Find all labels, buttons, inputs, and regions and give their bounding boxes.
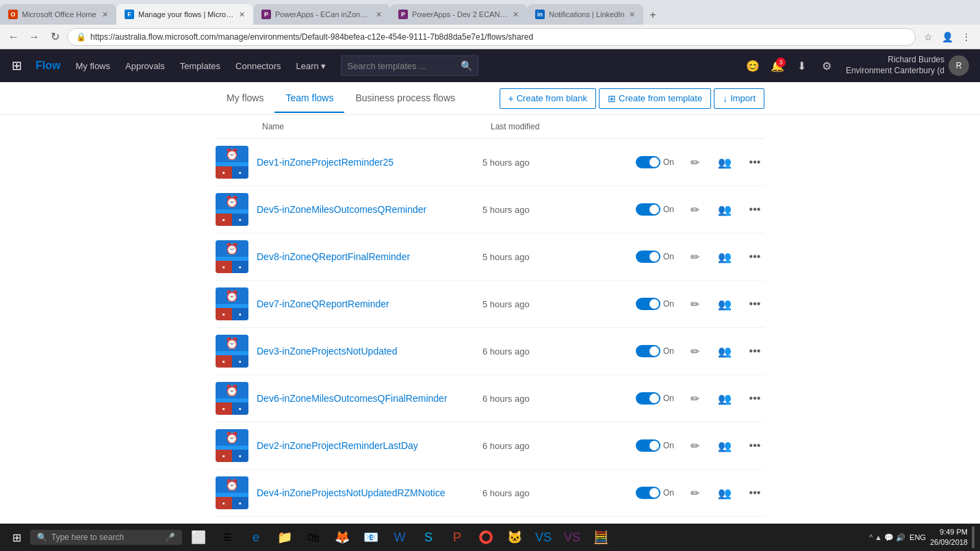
nav-learn[interactable]: Learn ▾: [289, 58, 333, 74]
new-tab-button[interactable]: +: [643, 5, 662, 25]
flow-icon-red-4: ▪: [216, 308, 232, 320]
tab-manage-flows-close[interactable]: ✕: [239, 10, 245, 19]
taskbar-skype[interactable]: S: [415, 524, 442, 539]
tab-powerapps-train-close[interactable]: ✕: [376, 10, 382, 19]
flow-more-3[interactable]: •••: [745, 247, 764, 266]
flow-edit-4[interactable]: ✏: [685, 294, 704, 313]
flow-edit-1[interactable]: ✏: [685, 153, 704, 172]
flow-share-3[interactable]: 👥: [715, 247, 734, 266]
forward-button[interactable]: →: [26, 29, 42, 45]
taskbar-explorer[interactable]: 📁: [271, 524, 298, 539]
flow-more-4[interactable]: •••: [745, 294, 764, 313]
flow-edit-6[interactable]: ✏: [685, 389, 704, 408]
flow-name-1[interactable]: Dev1-inZoneProjectReminder25: [257, 157, 474, 168]
flow-share-8[interactable]: 👥: [715, 483, 734, 502]
tab-business-process[interactable]: Business process flows: [344, 84, 466, 113]
flow-edit-3[interactable]: ✏: [685, 247, 704, 266]
taskbar-visual-studio[interactable]: VS: [558, 524, 586, 539]
refresh-button[interactable]: ↻: [47, 29, 63, 45]
taskbar-firefox[interactable]: 🦊: [328, 524, 356, 539]
taskbar-edge[interactable]: e: [242, 524, 270, 539]
flow-toggle-1[interactable]: [636, 156, 660, 168]
flow-name-5[interactable]: Dev3-inZoneProjectsNotUpdated: [257, 346, 474, 357]
back-button[interactable]: ←: [5, 29, 22, 45]
flow-more-2[interactable]: •••: [745, 200, 764, 219]
nav-approvals[interactable]: Approvals: [118, 58, 172, 74]
flow-name-2[interactable]: Dev5-inZoneMilesOutcomesQReminder: [257, 204, 474, 215]
user-info[interactable]: Richard Burdes Environment Canterbury (d…: [840, 55, 975, 76]
tab-manage-flows[interactable]: F Manage your flows | Microsoft Fl... ✕: [116, 4, 253, 25]
taskbar-cortana[interactable]: ⬜: [185, 524, 212, 539]
settings-button[interactable]: ⚙: [816, 55, 838, 77]
nav-templates[interactable]: Templates: [173, 58, 227, 74]
taskbar-chrome[interactable]: ⭕: [472, 524, 500, 539]
flow-share-6[interactable]: 👥: [715, 389, 734, 408]
flow-share-5[interactable]: 👥: [715, 342, 734, 361]
flow-more-7[interactable]: •••: [745, 436, 764, 455]
flow-toggle-4[interactable]: [636, 298, 660, 310]
extensions-button[interactable]: ⋮: [958, 29, 975, 45]
flow-toggle-8[interactable]: [636, 487, 660, 499]
taskbar-calculator[interactable]: 🧮: [587, 524, 615, 539]
tab-my-flows[interactable]: My flows: [216, 84, 274, 113]
flow-edit-8[interactable]: ✏: [685, 483, 704, 502]
main-content: Name Last modified ⏰ ▪ ▪ Dev1-inZoneProj…: [0, 115, 980, 539]
flow-more-5[interactable]: •••: [745, 342, 764, 361]
taskbar-outlook[interactable]: 📧: [357, 524, 385, 539]
taskbar-github[interactable]: 🐱: [501, 524, 528, 539]
show-desktop-button[interactable]: [972, 526, 975, 539]
search-input[interactable]: [347, 61, 456, 71]
tab-powerapps-dev-close[interactable]: ✕: [513, 10, 519, 19]
notifications-button[interactable]: 🔔 3: [766, 55, 788, 77]
flow-share-4[interactable]: 👥: [715, 294, 734, 313]
flow-name-4[interactable]: Dev7-inZoneQReportReminder: [257, 298, 474, 309]
flow-share-7[interactable]: 👥: [715, 436, 734, 455]
user-profile-button[interactable]: 👤: [939, 29, 955, 45]
flow-name-6[interactable]: Dev6-inZoneMilesOutcomesQFinalReminder: [257, 393, 474, 404]
taskbar-store[interactable]: 🛍: [300, 524, 327, 539]
address-bar[interactable]: 🔒 https://australia.flow.microsoft.com/m…: [67, 28, 916, 46]
flow-more-8[interactable]: •••: [745, 483, 764, 502]
flow-more-6[interactable]: •••: [745, 389, 764, 408]
tab-powerapps-dev[interactable]: P PowerApps - Dev 2 ECAN InZon... ✕: [390, 4, 527, 25]
flow-toggle-5[interactable]: [636, 345, 660, 357]
tab-powerapps-train[interactable]: P PowerApps - ECan inZone - Trai... ✕: [253, 4, 390, 25]
app-logo[interactable]: Flow: [36, 60, 60, 72]
tab-office-home-close[interactable]: ✕: [102, 10, 108, 19]
flow-toggle-6[interactable]: [636, 392, 660, 405]
flow-share-1[interactable]: 👥: [715, 153, 734, 172]
tab-office-home[interactable]: O Microsoft Office Home ✕: [0, 4, 116, 25]
nav-my-flows[interactable]: My flows: [68, 58, 117, 74]
import-button[interactable]: ↓ Import: [714, 88, 764, 109]
flow-name-3[interactable]: Dev8-inZoneQReportFinalReminder: [257, 251, 474, 262]
flow-toggle-7[interactable]: [636, 439, 660, 452]
flow-more-1[interactable]: •••: [745, 153, 764, 172]
flow-edit-5[interactable]: ✏: [685, 342, 704, 361]
flow-name-8[interactable]: Dev4-inZoneProjectsNotUpdatedRZMNotice: [257, 487, 474, 498]
flow-share-2[interactable]: 👥: [715, 200, 734, 219]
start-button[interactable]: ⊞: [5, 526, 27, 539]
taskbar-search[interactable]: 🔍 🎤: [30, 530, 182, 539]
flow-name-7[interactable]: Dev2-inZoneProjectReminderLastDay: [257, 440, 474, 451]
download-button[interactable]: ⬇: [791, 55, 813, 77]
taskbar-powerpoint[interactable]: P: [443, 524, 471, 539]
create-blank-button[interactable]: + Create from blank: [500, 88, 597, 109]
feedback-button[interactable]: 😊: [742, 55, 764, 77]
taskbar-vscode[interactable]: VS: [530, 524, 557, 539]
bookmark-button[interactable]: ☆: [920, 29, 936, 45]
flow-edit-7[interactable]: ✏: [685, 436, 704, 455]
nav-connectors[interactable]: Connectors: [229, 58, 287, 74]
taskbar-task-view[interactable]: ☰: [214, 524, 241, 539]
flow-edit-2[interactable]: ✏: [685, 200, 704, 219]
tab-linkedin-close[interactable]: ✕: [629, 10, 635, 19]
taskbar-search-input[interactable]: [51, 533, 161, 539]
flow-toggle-2[interactable]: [636, 203, 660, 216]
tab-linkedin[interactable]: in Notifications | LinkedIn ✕: [527, 4, 643, 25]
tab-team-flows[interactable]: Team flows: [274, 84, 344, 113]
create-template-button[interactable]: ⊞ Create from template: [599, 88, 711, 109]
tab-bar: O Microsoft Office Home ✕ F Manage your …: [0, 0, 980, 25]
waffle-menu-button[interactable]: ⊞: [5, 55, 27, 77]
flow-toggle-3[interactable]: [636, 251, 660, 263]
search-box[interactable]: 🔍: [341, 55, 478, 76]
taskbar-word[interactable]: W: [386, 524, 413, 539]
